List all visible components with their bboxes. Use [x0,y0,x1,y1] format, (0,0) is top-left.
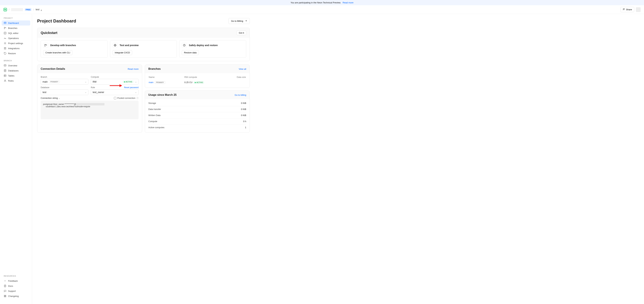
sql-icon [4,32,6,35]
sidebar-group-branch: BRANCH [2,60,30,63]
help-icon[interactable]: ? [136,97,138,99]
usage-row: Written Data0 KiB [148,112,246,118]
sidebar-item-branches[interactable]: Branches [2,26,30,31]
quickstart-card-test: Test and preview Integrate CI/CD [110,40,177,58]
svg-point-11 [4,49,5,49]
role-label: Role [91,86,95,89]
database-label: Database [41,86,49,89]
svg-point-4 [4,27,5,28]
connection-details-card: Connection Details Read more Branch main… [37,65,142,133]
branches-icon [43,43,48,48]
sidebar-item-roles[interactable]: Roles [2,78,30,83]
svg-point-12 [6,49,6,49]
primary-badge: PRIMARY [49,81,60,83]
reset-password-link[interactable]: Reset password [124,86,138,89]
usage-title: Usage since March 25 [148,93,176,96]
create-branches-cli-button[interactable]: Create branches with CLI [43,50,72,55]
sidebar-item-restore[interactable]: Restore [2,51,30,56]
project-crumb[interactable]: test ▴▾ [36,8,42,11]
chevron-down-icon: ⌄ [135,81,137,83]
banner-read-more-link[interactable]: Read more [342,1,354,4]
share-icon [622,8,625,11]
connection-details-title: Connection Details [41,67,65,70]
svg-point-9 [4,48,5,48]
sidebar-item-tables[interactable]: Tables [2,73,30,78]
sidebar-item-project-settings[interactable]: Project settings [2,41,30,46]
integrate-cicd-button[interactable]: Integrate CI/CD [112,50,132,55]
usage-row: Compute0 h [148,118,246,124]
sidebar-item-feedback[interactable]: Feedback [2,278,30,283]
sidebar-item-operations[interactable]: Operations [2,36,30,41]
quickstart-title: Quickstart [41,31,58,35]
updown-icon: ▴▾ [41,9,42,11]
sidebar-item-support[interactable]: Support [2,288,30,293]
banner-text: You are participating in the Neon Techni… [290,1,341,4]
pooled-connection-checkbox[interactable]: Pooled connection ? [114,97,138,99]
svg-point-10 [6,48,6,48]
neon-logo-icon[interactable] [4,8,7,12]
sidebar-item-integrations[interactable]: Integrations [2,46,30,51]
go-to-billing-button[interactable]: Go to Billing [228,18,250,24]
got-it-button[interactable]: Got it [236,31,246,35]
test-icon [112,43,118,48]
svg-rect-15 [4,75,6,77]
overview-icon [4,64,6,67]
svg-point-2 [624,9,625,9]
svg-point-23 [45,46,45,46]
share-button[interactable]: Share [620,7,634,12]
arrow-right-icon [244,20,247,23]
branch-label: Branch [41,76,47,78]
usage-row: Active computes1 [148,124,246,130]
branches-icon [4,27,6,29]
branches-title: Branches [148,67,161,70]
usage-card: Usage since March 25 Go to billing Stora… [145,91,250,133]
tables-icon [4,74,6,77]
chevron-down-icon: ⌄ [135,91,137,93]
active-badge: ACTIVE [194,81,204,84]
svg-rect-19 [5,295,6,296]
svg-rect-13 [4,65,6,66]
main-content: Project Dashboard Go to Billing Quicksta… [32,14,255,304]
restore-icon [4,52,6,55]
gear-icon [4,42,6,45]
branch-link[interactable]: main [149,81,154,84]
changelog-icon [4,295,6,297]
compute-select[interactable]: RW ACTIVE⌄ [91,79,138,85]
annotation-arrow-icon [109,84,122,87]
connection-string-toggle[interactable]: Connection string ⌄ [41,97,60,99]
table-row[interactable]: main PRIMARY 0.25 CU ACTIVE [149,80,246,84]
branch-select[interactable]: mainPRIMARY ⌄ [41,79,88,85]
database-icon [4,69,6,72]
usage-row: Storage0 KiB [148,100,246,106]
view-all-link[interactable]: View all [239,68,246,70]
col-name: Name [149,76,184,80]
sidebar-item-overview[interactable]: Overview [2,63,30,68]
svg-point-8 [5,43,6,44]
roles-icon [4,79,6,82]
sidebar-item-docs[interactable]: Docs [2,283,30,288]
role-select[interactable]: test_owner ⌄ [91,89,138,95]
restore-data-button[interactable]: Restore data [182,50,199,55]
sidebar-item-databases[interactable]: Databases [2,68,30,73]
database-select[interactable]: test ⌄ [41,89,88,95]
svg-point-1 [623,9,624,9]
go-to-billing-link[interactable]: Go to billing [234,94,246,96]
chevron-down-icon: ⌄ [85,91,86,93]
plan-badge: FREE [25,8,32,11]
sidebar-item-dashboard[interactable]: Dashboard [2,21,30,26]
quickstart-card-branches: Develop with branches Create branches wi… [41,40,108,58]
org-name-redacted[interactable] [11,8,23,11]
user-avatar[interactable] [636,7,640,12]
sidebar-item-sql-editor[interactable]: SQL editor [2,31,30,36]
svg-rect-21 [5,296,6,297]
docs-icon [4,284,6,287]
branches-card: Branches View all Name RW compute Data s… [145,65,250,88]
connection-string-code[interactable]: postgresql://test_owner:************@xxx… [41,101,138,119]
sidebar: PROJECT Dashboard Branches SQL editor Op… [0,14,32,304]
read-more-link[interactable]: Read more [128,68,138,70]
integrations-icon [4,47,6,50]
clock-restore-icon [182,43,187,48]
active-badge: ACTIVE [123,81,133,83]
svg-point-14 [4,69,6,70]
sidebar-item-changelog[interactable]: Changelog [2,293,30,298]
